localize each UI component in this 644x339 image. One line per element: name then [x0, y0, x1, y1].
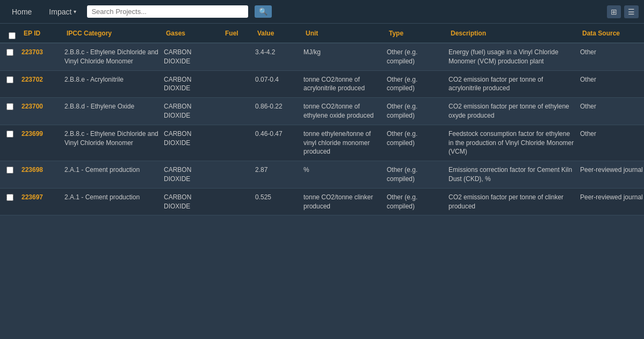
row-description-5: CO2 emission factor per tonne of clinker…	[446, 189, 578, 215]
header-gases: Gases	[164, 28, 223, 38]
row-type-3: Other (e.g. compiled)	[385, 125, 446, 161]
list-view-button[interactable]: ☰	[624, 5, 639, 18]
table-header: EP ID IPCC Category Gases Fuel Value Uni…	[0, 24, 644, 44]
select-all-checkbox[interactable]	[9, 32, 16, 39]
row-ipcc-4: 2.A.1 - Cement production	[62, 161, 162, 188]
row-fuel-0	[221, 44, 253, 70]
nav-impact-label: Impact	[49, 8, 71, 16]
epid-link-3[interactable]: 223699	[21, 129, 43, 139]
row-type-4: Other (e.g. compiled)	[385, 161, 446, 188]
row-type-2: Other (e.g. compiled)	[385, 98, 446, 125]
row-type-1: Other (e.g. compiled)	[385, 71, 446, 98]
row-unit-1: tonne CO2/tonne of acrylonitrile produce…	[301, 71, 385, 98]
row-check-1	[0, 71, 19, 98]
header-epid: EP ID	[21, 28, 64, 38]
row-datasource-5: Peer-reviewed journal	[578, 189, 644, 215]
header-description: Description	[448, 28, 580, 38]
row-type-5: Other (e.g. compiled)	[385, 189, 446, 215]
row-checkbox-1[interactable]	[6, 76, 13, 83]
row-value-0: 3.4-4.2	[253, 44, 301, 70]
row-ipcc-0: 2.B.8.c - Ethylene Dichloride and Vinyl …	[62, 44, 162, 70]
row-gases-0: CARBON DIOXIDE	[162, 44, 221, 70]
row-type-0: Other (e.g. compiled)	[385, 44, 446, 70]
row-gases-5: CARBON DIOXIDE	[162, 189, 221, 215]
epid-link-5[interactable]: 223697	[21, 193, 43, 202]
nav-home[interactable]: Home	[5, 4, 38, 19]
row-checkbox-4[interactable]	[6, 167, 13, 174]
row-fuel-1	[221, 71, 253, 98]
row-checkbox-0[interactable]	[6, 49, 13, 56]
row-datasource-4: Peer-reviewed journal	[578, 161, 644, 188]
row-check-3	[0, 125, 19, 161]
row-epid-1: 223702	[19, 71, 62, 98]
row-description-3: Feedstock consumption factor for ethylen…	[446, 125, 578, 161]
nav-impact[interactable]: Impact ▾	[42, 4, 83, 19]
row-gases-4: CARBON DIOXIDE	[162, 161, 221, 188]
row-epid-3: 223699	[19, 125, 62, 161]
header-unit: Unit	[303, 28, 387, 38]
search-container	[87, 5, 248, 18]
search-button[interactable]: 🔍	[255, 5, 272, 18]
row-checkbox-5[interactable]	[6, 194, 13, 201]
row-check-0	[0, 44, 19, 70]
row-unit-0: MJ/kg	[301, 44, 385, 70]
row-description-2: CO2 emission factor per tonne of ethylen…	[446, 98, 578, 125]
epid-link-4[interactable]: 223698	[21, 165, 43, 175]
header-type: Type	[387, 28, 448, 38]
search-input[interactable]	[91, 8, 244, 16]
row-checkbox-3[interactable]	[6, 131, 13, 138]
row-fuel-2	[221, 98, 253, 125]
chevron-down-icon: ▾	[74, 9, 76, 15]
epid-link-1[interactable]: 223702	[21, 75, 43, 84]
table-row: 223702 2.B.8.e - Acrylonitrile CARBON DI…	[0, 71, 644, 98]
row-datasource-3: Other	[578, 125, 644, 161]
row-ipcc-2: 2.B.8.d - Ethylene Oxide	[62, 98, 162, 125]
table-row: 223703 2.B.8.c - Ethylene Dichloride and…	[0, 44, 644, 71]
row-description-0: Energy (fuel) usage in a Vinyl Chloride …	[446, 44, 578, 70]
row-value-3: 0.46-0.47	[253, 125, 301, 161]
row-value-1: 0.07-0.4	[253, 71, 301, 98]
row-epid-5: 223697	[19, 189, 62, 215]
row-unit-3: tonne ethylene/tonne of vinyl chloride m…	[301, 125, 385, 161]
row-epid-4: 223698	[19, 161, 62, 188]
row-fuel-4	[221, 161, 253, 188]
row-unit-2: tonne CO2/tonne of ethylene oxide produc…	[301, 98, 385, 125]
row-check-2	[0, 98, 19, 125]
row-checkbox-2[interactable]	[6, 103, 13, 110]
header-value: Value	[255, 28, 303, 38]
row-datasource-2: Other	[578, 98, 644, 125]
row-description-4: Emissions correction factor for Cement K…	[446, 161, 578, 188]
row-ipcc-5: 2.A.1 - Cement production	[62, 189, 162, 215]
row-gases-1: CARBON DIOXIDE	[162, 71, 221, 98]
row-value-5: 0.525	[253, 189, 301, 215]
table-row: 223700 2.B.8.d - Ethylene Oxide CARBON D…	[0, 98, 644, 125]
table-row: 223699 2.B.8.c - Ethylene Dichloride and…	[0, 125, 644, 161]
row-value-2: 0.86-0.22	[253, 98, 301, 125]
row-ipcc-3: 2.B.8.c - Ethylene Dichloride and Vinyl …	[62, 125, 162, 161]
header-ipcc: IPCC Category	[64, 28, 164, 38]
row-check-4	[0, 161, 19, 188]
row-description-1: CO2 emission factor per tonne of acrylon…	[446, 71, 578, 98]
row-epid-2: 223700	[19, 98, 62, 125]
header-datasource: Data Source	[580, 28, 644, 38]
top-nav: Home Impact ▾ 🔍 ⊞ ☰	[0, 0, 644, 24]
row-fuel-3	[221, 125, 253, 161]
row-datasource-0: Other	[578, 44, 644, 70]
grid-view-button[interactable]: ⊞	[607, 5, 621, 18]
row-gases-2: CARBON DIOXIDE	[162, 98, 221, 125]
header-fuel: Fuel	[223, 28, 255, 38]
row-ipcc-1: 2.B.8.e - Acrylonitrile	[62, 71, 162, 98]
epid-link-0[interactable]: 223703	[21, 48, 43, 57]
epid-link-2[interactable]: 223700	[21, 102, 43, 111]
row-fuel-5	[221, 189, 253, 215]
row-value-4: 2.87	[253, 161, 301, 188]
table-row: 223698 2.A.1 - Cement production CARBON …	[0, 161, 644, 189]
row-datasource-1: Other	[578, 71, 644, 98]
table-row: 223697 2.A.1 - Cement production CARBON …	[0, 189, 644, 216]
row-unit-4: %	[301, 161, 385, 188]
row-epid-0: 223703	[19, 44, 62, 70]
table-body: 223703 2.B.8.c - Ethylene Dichloride and…	[0, 44, 644, 215]
row-gases-3: CARBON DIOXIDE	[162, 125, 221, 161]
row-unit-5: tonne CO2/tonne clinker produced	[301, 189, 385, 215]
row-check-5	[0, 189, 19, 215]
